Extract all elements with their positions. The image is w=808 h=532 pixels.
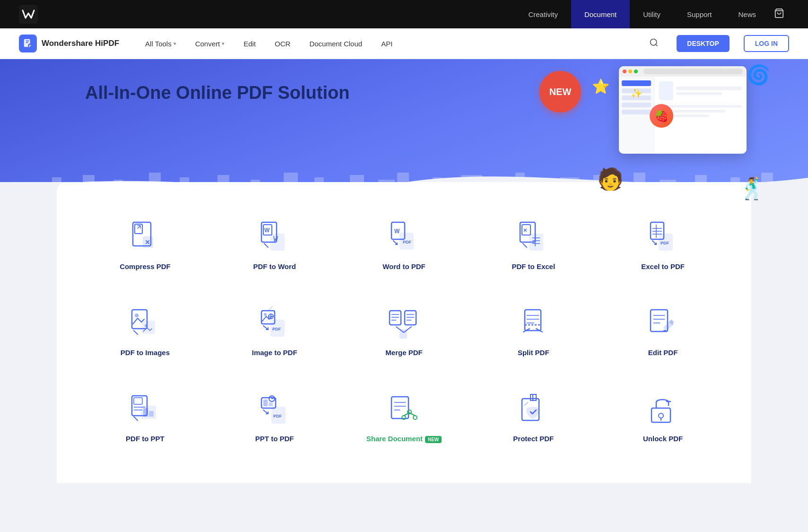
nav2-ocr[interactable]: OCR bbox=[272, 28, 293, 59]
character-right: 🕺 bbox=[739, 176, 765, 201]
tool-label: PPT to PDF bbox=[255, 435, 294, 443]
character-left: 🧑 bbox=[597, 166, 624, 192]
login-button[interactable]: LOG IN bbox=[744, 35, 789, 52]
nav-document[interactable]: Document bbox=[571, 0, 630, 28]
nav-utility[interactable]: Utility bbox=[630, 0, 674, 28]
svg-text:PDF: PDF bbox=[273, 414, 282, 419]
tool-label: Excel to PDF bbox=[641, 262, 685, 270]
svg-rect-120 bbox=[269, 402, 273, 406]
svg-text:PDF: PDF bbox=[660, 241, 669, 245]
svg-rect-119 bbox=[263, 400, 268, 406]
tool-pdf-to-images[interactable]: PDF to Images bbox=[85, 292, 205, 368]
svg-rect-124 bbox=[391, 397, 408, 419]
svg-text:W: W bbox=[394, 228, 400, 235]
svg-text:PDF: PDF bbox=[403, 240, 412, 244]
nav2-convert[interactable]: Convert ▾ bbox=[193, 28, 227, 59]
svg-rect-112 bbox=[134, 398, 142, 404]
nav2-api[interactable]: API bbox=[379, 28, 395, 59]
tool-ppt-to-pdf[interactable]: PDF PPT to PDF bbox=[215, 378, 335, 455]
cart-icon[interactable] bbox=[769, 8, 789, 20]
tool-label: Share DocumentNEW bbox=[366, 435, 442, 443]
desktop-button[interactable]: DESKTOP bbox=[677, 35, 729, 52]
tool-label: PDF to Images bbox=[121, 349, 170, 357]
svg-rect-92 bbox=[390, 311, 401, 325]
tool-edit-pdf[interactable]: Edit PDF bbox=[603, 292, 723, 368]
tool-label: Unlock PDF bbox=[643, 435, 683, 443]
svg-rect-117 bbox=[149, 411, 154, 417]
tool-image-to-pdf[interactable]: PDF Image to PDF bbox=[215, 292, 335, 368]
hipdf-brand[interactable]: P Wondershare HiPDF bbox=[19, 35, 119, 52]
tools-card: Compress PDF W PDF to Word W bbox=[57, 182, 751, 483]
chevron-down-icon: ▾ bbox=[222, 41, 225, 47]
svg-text:PDF: PDF bbox=[272, 327, 281, 331]
tool-label: Split PDF bbox=[518, 349, 549, 357]
deco-confetti: ⭐ bbox=[592, 78, 609, 95]
main-content: Compress PDF W PDF to Word W bbox=[0, 182, 808, 513]
svg-point-84 bbox=[135, 314, 139, 317]
new-badge: NEW bbox=[539, 71, 581, 113]
tool-label: Protect PDF bbox=[513, 435, 554, 443]
nav-news[interactable]: News bbox=[725, 0, 769, 28]
svg-rect-4 bbox=[26, 42, 28, 43]
tool-share-document[interactable]: Share DocumentNEW bbox=[344, 378, 464, 455]
tool-excel-to-pdf[interactable]: PDF Excel to PDF bbox=[603, 206, 723, 282]
nav-creativity[interactable]: Creativity bbox=[515, 0, 571, 28]
top-navigation: wondershare Creativity Document Utility … bbox=[0, 0, 808, 28]
top-nav-links: Creativity Document Utility Support News bbox=[515, 0, 789, 28]
nav2-doccloud[interactable]: Document Cloud bbox=[307, 28, 365, 59]
tool-compress-pdf[interactable]: Compress PDF bbox=[85, 206, 205, 282]
svg-point-86 bbox=[145, 324, 148, 327]
deco-confetti2: ✨ bbox=[631, 87, 643, 99]
tool-label: PDF to Excel bbox=[512, 262, 555, 270]
svg-rect-100 bbox=[400, 330, 407, 338]
tool-split-pdf[interactable]: Split PDF bbox=[473, 292, 593, 368]
svg-text:P: P bbox=[29, 44, 31, 48]
tool-merge-pdf[interactable]: Merge PDF bbox=[344, 292, 464, 368]
svg-rect-3 bbox=[26, 41, 29, 42]
tool-label: PDF to PPT bbox=[126, 435, 165, 443]
svg-rect-71 bbox=[530, 234, 543, 250]
brand-name: Wondershare HiPDF bbox=[42, 39, 119, 48]
tools-grid: Compress PDF W PDF to Word W bbox=[85, 206, 723, 455]
chevron-down-icon: ▾ bbox=[174, 41, 176, 47]
tool-word-to-pdf[interactable]: W PDF Word to PDF bbox=[344, 206, 464, 282]
tool-label: Compress PDF bbox=[120, 262, 171, 270]
brand-logo[interactable]: wondershare bbox=[19, 5, 38, 24]
tool-label: Word to PDF bbox=[382, 262, 426, 270]
tool-label: PDF to Word bbox=[253, 262, 296, 270]
tool-label: Image to PDF bbox=[252, 349, 297, 357]
svg-point-133 bbox=[659, 413, 663, 418]
nav2-edit[interactable]: Edit bbox=[241, 28, 258, 59]
app-preview: 🍓 bbox=[619, 66, 747, 154]
svg-point-88 bbox=[264, 313, 267, 316]
svg-text:✕: ✕ bbox=[523, 227, 527, 233]
svg-rect-116 bbox=[143, 408, 148, 417]
product-navigation: P Wondershare HiPDF All Tools ▾ Convert … bbox=[0, 28, 808, 59]
tool-unlock-pdf[interactable]: Unlock PDF bbox=[603, 378, 723, 455]
svg-rect-101 bbox=[525, 310, 541, 331]
tool-pdf-to-word[interactable]: W PDF to Word bbox=[215, 206, 335, 282]
hipdf-icon: P bbox=[19, 35, 37, 52]
tool-label: Edit PDF bbox=[648, 349, 678, 357]
tool-label: Merge PDF bbox=[385, 349, 422, 357]
tool-pdf-to-ppt[interactable]: PDF to PPT bbox=[85, 378, 205, 455]
svg-point-7 bbox=[651, 39, 657, 45]
svg-text:W: W bbox=[264, 227, 270, 234]
svg-rect-96 bbox=[405, 311, 416, 325]
deco-spiral: 🌀 bbox=[747, 64, 770, 86]
tool-protect-pdf[interactable]: Protect PDF bbox=[473, 378, 593, 455]
svg-rect-85 bbox=[142, 321, 155, 333]
search-icon[interactable] bbox=[645, 34, 662, 53]
tool-pdf-to-excel[interactable]: ✕ PDF to Excel bbox=[473, 206, 593, 282]
nav-support[interactable]: Support bbox=[674, 0, 725, 28]
nav2-alltools[interactable]: All Tools ▾ bbox=[143, 28, 179, 59]
